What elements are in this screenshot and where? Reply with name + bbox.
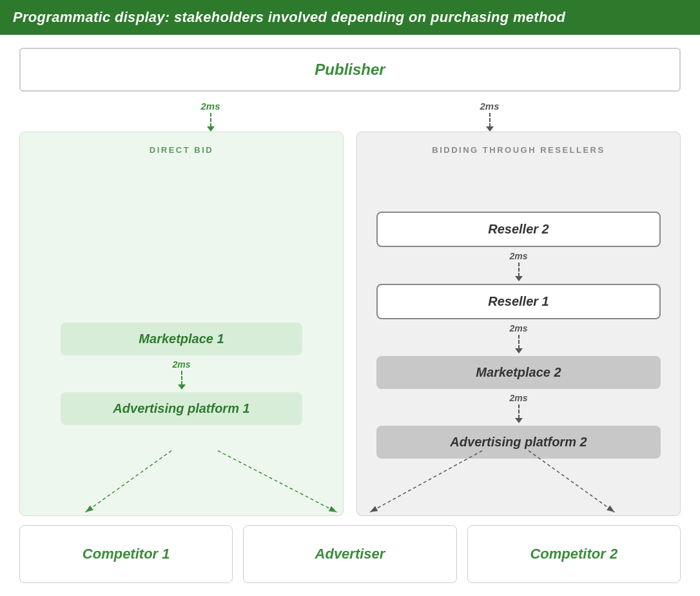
inner-arrow-m2: 2ms [509,392,527,423]
top-left-ms-label: 2ms [200,101,220,112]
competitor2-box: Competitor 2 [467,525,681,583]
reseller-panel: BIDDING THROUGH RESELLERS Reseller 2 2ms [356,132,681,516]
top-right-ms-label: 2ms [480,101,499,112]
competitor2-label: Competitor 2 [530,546,617,562]
adplatform2-label: Advertising platform 2 [450,435,587,449]
direct-bid-title: DIRECT BID [150,145,213,155]
ms-r1-label: 2ms [509,323,527,333]
inner-arrow-1: 2ms [172,358,190,390]
advertiser-box: Advertiser [243,525,456,583]
bottom-section: Competitor 1 Advertiser Competitor 2 [19,525,681,583]
marketplace1-box: Marketplace 1 [61,323,302,355]
inner-arrow-r2: 2ms [509,250,527,281]
top-left-arrow: 2ms [200,101,220,132]
marketplace2-label: Marketplace 2 [476,365,561,379]
title-bar: Programmatic display: stakeholders invol… [0,0,700,35]
direct-bid-panel: DIRECT BID Marketplace 1 2ms [19,132,344,516]
advertiser-label: Advertiser [315,546,385,562]
reseller2-box: Reseller 2 [376,212,661,247]
adplatform1-box: Advertising platform 1 [61,392,302,425]
main-content: Publisher 2ms 2ms [0,35,700,596]
publisher-label: Publisher [315,61,385,78]
reseller1-box: Reseller 1 [376,284,661,319]
direct-bid-content: Marketplace 1 2ms Advertising platform 1 [39,168,324,502]
competitor1-label: Competitor 1 [83,546,170,562]
ms-r2-label: 2ms [509,251,527,261]
ms-m2-label: 2ms [509,393,527,403]
reseller-panel-title: BIDDING THROUGH RESELLERS [432,145,605,155]
ms1-label: 2ms [172,359,190,370]
inner-arrow-r1: 2ms [509,322,527,353]
competitor1-box: Competitor 1 [19,525,233,583]
page-title: Programmatic display: stakeholders invol… [13,9,565,26]
publisher-box: Publisher [19,48,681,92]
page-wrapper: Programmatic display: stakeholders invol… [0,0,700,596]
reseller-content: Reseller 2 2ms Reseller 1 [376,168,661,502]
marketplace2-box: Marketplace 2 [376,356,661,389]
publisher-row: Publisher [19,48,681,92]
adplatform2-box: Advertising platform 2 [376,426,661,459]
reseller2-label: Reseller 2 [488,222,549,236]
marketplace1-label: Marketplace 1 [139,332,224,346]
adplatform1-label: Advertising platform 1 [113,401,249,415]
reseller1-label: Reseller 1 [488,294,549,308]
top-right-arrow: 2ms [480,101,499,132]
